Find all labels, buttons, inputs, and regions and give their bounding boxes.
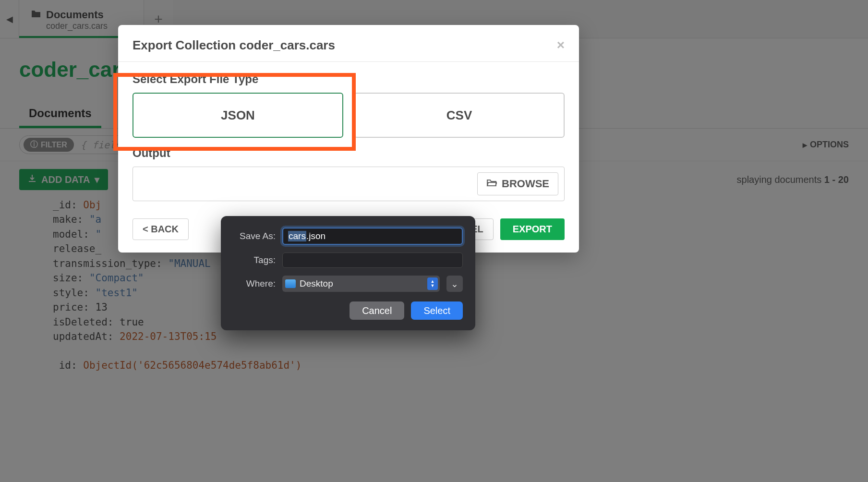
filetype-csv-label: CSV bbox=[446, 108, 472, 123]
filetype-csv-button[interactable]: CSV bbox=[354, 93, 565, 138]
filename-selected-part: cars bbox=[288, 231, 306, 241]
sheet-cancel-button[interactable]: Cancel bbox=[350, 301, 404, 320]
filetype-json-button[interactable]: JSON bbox=[133, 93, 343, 138]
filename-rest-part: .json bbox=[306, 231, 326, 241]
output-path-field[interactable]: BROWSE bbox=[133, 167, 565, 201]
browse-label: BROWSE bbox=[502, 178, 549, 190]
chevron-down-icon: ⌄ bbox=[451, 278, 458, 289]
where-label: Where: bbox=[233, 278, 276, 289]
where-select[interactable]: Desktop ▲▼ bbox=[282, 276, 440, 292]
save-file-sheet: Save As: cars.json Tags: Where: Desktop … bbox=[221, 216, 475, 330]
save-as-label: Save As: bbox=[233, 231, 276, 241]
chevron-updown-icon: ▲▼ bbox=[427, 277, 438, 290]
tags-label: Tags: bbox=[233, 255, 276, 265]
export-modal-title: Export Collection coder_cars.cars bbox=[133, 38, 335, 53]
save-filename-input[interactable]: cars.json bbox=[282, 228, 463, 245]
filetype-json-label: JSON bbox=[221, 108, 255, 123]
close-icon[interactable]: × bbox=[557, 37, 565, 53]
browse-button[interactable]: BROWSE bbox=[477, 172, 558, 195]
expand-button[interactable]: ⌄ bbox=[446, 276, 463, 292]
where-value: Desktop bbox=[300, 278, 333, 289]
select-filetype-label: Select Export File Type bbox=[133, 64, 565, 93]
tags-input[interactable] bbox=[282, 253, 463, 268]
back-button[interactable]: < BACK bbox=[133, 218, 189, 240]
folder-open-icon bbox=[486, 178, 497, 190]
export-button[interactable]: EXPORT bbox=[500, 218, 565, 240]
output-label: Output bbox=[133, 138, 565, 167]
folder-icon bbox=[285, 279, 296, 288]
sheet-select-button[interactable]: Select bbox=[411, 301, 463, 320]
